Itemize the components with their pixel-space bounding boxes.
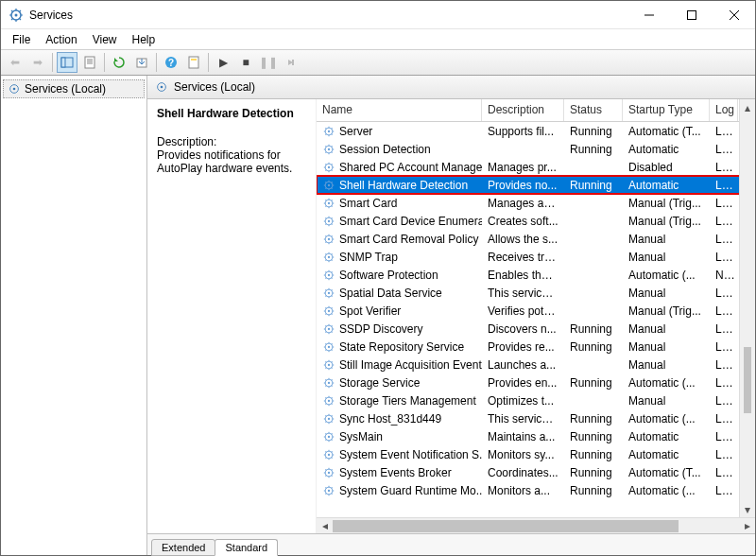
- back-button[interactable]: ⬅: [5, 52, 26, 73]
- table-row[interactable]: Storage ServiceProvides en...RunningAuto…: [317, 374, 755, 391]
- scroll-down-arrow[interactable]: ▾: [740, 501, 755, 517]
- cell-description: Maintains a...: [482, 429, 564, 444]
- cell-status: [564, 400, 623, 402]
- toolbar: ⬅ ➡ ? ▶ ■ ❚❚: [1, 49, 755, 76]
- cell-name: Smart Card Removal Policy: [317, 232, 482, 247]
- cell-logon: Loc: [710, 429, 738, 444]
- menu-view[interactable]: View: [85, 31, 125, 48]
- cell-name: System Event Notification S...: [317, 447, 482, 462]
- menu-file[interactable]: File: [5, 31, 38, 48]
- table-row[interactable]: State Repository ServiceProvides re...Ru…: [317, 338, 755, 356]
- content-area: Services (Local) Services (Local) Shell …: [1, 76, 755, 555]
- scroll-left-arrow[interactable]: ◂: [317, 519, 333, 532]
- titlebar[interactable]: Services: [1, 1, 755, 29]
- cell-status: Running: [564, 124, 623, 139]
- cell-logon: Loc: [710, 411, 738, 426]
- cell-name: State Repository Service: [317, 339, 482, 355]
- menu-action[interactable]: Action: [38, 31, 84, 48]
- service-gear-icon: [322, 412, 335, 426]
- table-row[interactable]: Spatial Data ServiceThis service ...Manu…: [317, 284, 755, 302]
- show-hide-tree-button[interactable]: [57, 52, 77, 73]
- scroll-right-arrow[interactable]: ▸: [739, 519, 755, 532]
- cell-startup: Manual (Trig...: [623, 214, 710, 229]
- col-startup-type[interactable]: Startup Type: [623, 99, 710, 121]
- table-row[interactable]: Shared PC Account ManagerManages pr...Di…: [317, 158, 755, 176]
- table-row[interactable]: Session DetectionRunningAutomaticLoc: [317, 140, 755, 158]
- tree-root-services-local[interactable]: Services (Local): [3, 79, 145, 98]
- table-row[interactable]: Smart Card Removal PolicyAllows the s...…: [317, 230, 755, 248]
- cell-startup: Automatic (...: [623, 268, 710, 283]
- cell-startup: Manual: [623, 357, 710, 373]
- vertical-scrollbar[interactable]: ▴ ▾: [739, 99, 755, 517]
- cell-description: Monitors a...: [482, 483, 564, 498]
- tab-standard[interactable]: Standard: [215, 539, 278, 556]
- table-row[interactable]: Still Image Acquisition EventsLaunches a…: [317, 356, 755, 374]
- cell-startup: Disabled: [623, 160, 710, 175]
- scroll-up-arrow[interactable]: ▴: [740, 99, 755, 115]
- horizontal-scrollbar[interactable]: ◂ ▸: [317, 517, 755, 533]
- col-status[interactable]: Status: [564, 99, 623, 121]
- pause-service-button[interactable]: ❚❚: [258, 52, 279, 73]
- services-header-icon: [155, 80, 168, 94]
- service-rows[interactable]: ServerSupports fil...RunningAutomatic (T…: [317, 122, 755, 517]
- cell-name: Shared PC Account Manager: [317, 160, 482, 175]
- table-row[interactable]: Smart CardManages ac...Manual (Trig...Lo…: [317, 194, 755, 212]
- table-row[interactable]: Storage Tiers ManagementOptimizes t...Ma…: [317, 391, 755, 409]
- cell-startup: Automatic (...: [623, 375, 710, 391]
- services-app-icon: [9, 8, 24, 23]
- maximize-button[interactable]: [670, 1, 713, 28]
- details-pane: Services (Local) Shell Hardware Detectio…: [147, 76, 755, 555]
- forward-button[interactable]: ➡: [27, 52, 48, 73]
- service-gear-icon: [322, 430, 335, 443]
- cell-logon: Loc: [710, 196, 738, 211]
- cell-status: Running: [564, 411, 623, 426]
- export-button[interactable]: [131, 52, 152, 73]
- service-gear-icon: [322, 484, 335, 497]
- help-button[interactable]: ?: [161, 52, 181, 73]
- close-button[interactable]: [713, 1, 755, 28]
- cell-name: Still Image Acquisition Events: [317, 357, 482, 373]
- table-row[interactable]: Shell Hardware DetectionProvides no...Ru…: [317, 176, 755, 194]
- cell-logon: Loc: [710, 465, 738, 480]
- window-title: Services: [29, 9, 627, 22]
- cell-name: System Events Broker: [317, 465, 482, 480]
- refresh-button[interactable]: [109, 52, 129, 73]
- table-row[interactable]: Software ProtectionEnables the ...Automa…: [317, 266, 755, 284]
- table-row[interactable]: Sync Host_831d449This service ...Running…: [317, 409, 755, 427]
- properties-page-button[interactable]: [183, 52, 204, 73]
- restart-service-button[interactable]: [281, 52, 301, 73]
- vertical-scroll-thumb[interactable]: [744, 347, 751, 413]
- table-row[interactable]: ServerSupports fil...RunningAutomatic (T…: [317, 122, 755, 140]
- svg-point-38: [328, 327, 330, 329]
- col-name[interactable]: Name: [317, 99, 482, 121]
- cell-status: [564, 310, 623, 312]
- tab-extended[interactable]: Extended: [151, 539, 215, 556]
- stop-service-button[interactable]: ■: [235, 52, 256, 73]
- table-row[interactable]: Spot VerifierVerifies pote...Manual (Tri…: [317, 302, 755, 320]
- tree-pane[interactable]: Services (Local): [1, 76, 147, 555]
- start-service-button[interactable]: ▶: [213, 52, 233, 73]
- svg-point-30: [328, 255, 330, 257]
- properties-button[interactable]: [79, 52, 100, 73]
- table-row[interactable]: System Event Notification S...Monitors s…: [317, 445, 755, 463]
- table-row[interactable]: SNMP TrapReceives tra...ManualLoc: [317, 248, 755, 266]
- table-row[interactable]: Smart Card Device Enumera...Creates soft…: [317, 212, 755, 230]
- service-gear-icon: [322, 161, 335, 174]
- service-gear-icon: [322, 251, 335, 264]
- cell-startup: Manual: [623, 286, 710, 301]
- menu-help[interactable]: Help: [125, 31, 163, 48]
- table-row[interactable]: System Events BrokerCoordinates...Runnin…: [317, 463, 755, 481]
- col-logon-as[interactable]: Log: [710, 99, 738, 121]
- col-description[interactable]: Description: [482, 99, 564, 121]
- horizontal-scroll-thumb[interactable]: [333, 520, 679, 532]
- pane-body: Shell Hardware Detection Description: Pr…: [147, 99, 755, 534]
- svg-point-56: [328, 489, 330, 491]
- service-gear-icon: [322, 358, 335, 372]
- svg-point-44: [328, 381, 330, 383]
- table-row[interactable]: System Guard Runtime Mo...Monitors a...R…: [317, 481, 755, 499]
- cell-startup: Automatic (...: [623, 411, 710, 426]
- table-row[interactable]: SSDP DiscoveryDiscovers n...RunningManua…: [317, 320, 755, 338]
- table-row[interactable]: SysMainMaintains a...RunningAutomaticLoc: [317, 427, 755, 445]
- cell-name: System Guard Runtime Mo...: [317, 483, 482, 498]
- minimize-button[interactable]: [627, 1, 670, 28]
